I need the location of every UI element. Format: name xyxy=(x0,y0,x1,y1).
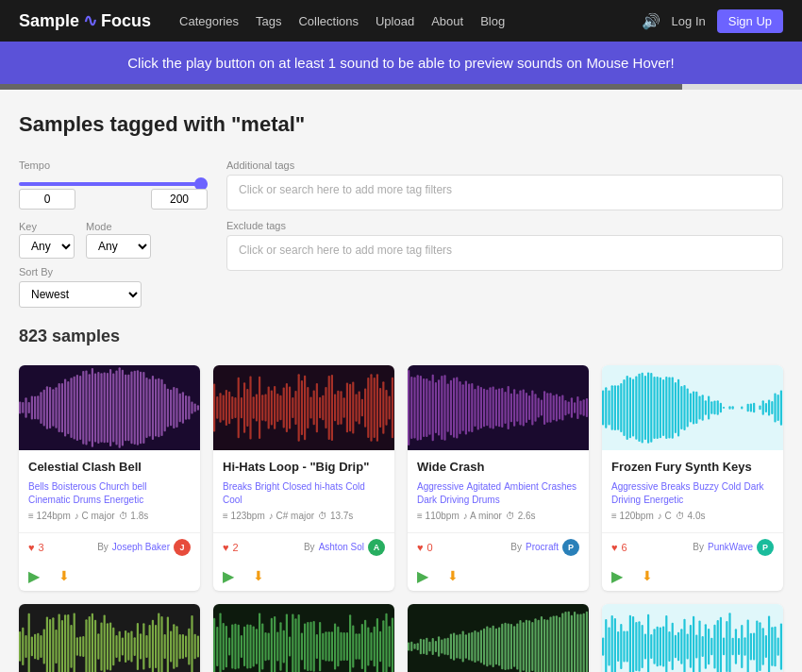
svg-rect-372 xyxy=(443,638,445,655)
card-tag[interactable]: Bells xyxy=(28,481,49,492)
tempo-max-input[interactable] xyxy=(151,189,208,210)
nav-upload[interactable]: Upload xyxy=(376,14,414,28)
card-tag[interactable]: Ambient xyxy=(504,481,539,492)
svg-rect-347 xyxy=(355,633,357,660)
tempo-slider[interactable] xyxy=(19,182,208,186)
svg-rect-412 xyxy=(564,612,566,672)
login-button[interactable]: Log In xyxy=(672,14,706,28)
card-tag[interactable]: Breaks xyxy=(223,481,252,492)
card-key: ♪ C# major xyxy=(269,511,314,521)
svg-rect-180 xyxy=(602,391,604,426)
svg-rect-302 xyxy=(219,613,221,672)
card-tag[interactable]: Bright xyxy=(255,481,279,492)
card-tag[interactable]: Cold xyxy=(345,481,365,492)
nav-tags[interactable]: Tags xyxy=(256,14,281,28)
card-tag[interactable]: Dark xyxy=(744,481,763,492)
tempo-min-input[interactable] xyxy=(19,189,75,210)
download-button[interactable]: ⬇ xyxy=(447,567,459,585)
svg-rect-8 xyxy=(43,390,45,427)
svg-rect-22 xyxy=(85,370,87,445)
svg-rect-409 xyxy=(556,615,558,672)
svg-rect-295 xyxy=(185,635,187,657)
card-title: Frozen Fury Synth Keys xyxy=(611,460,774,476)
svg-rect-168 xyxy=(553,395,555,421)
svg-rect-193 xyxy=(642,373,643,444)
svg-rect-350 xyxy=(364,620,366,672)
svg-rect-65 xyxy=(228,392,230,424)
nav-about[interactable]: About xyxy=(431,14,463,28)
exclude-tags-placeholder: Click or search here to add more tag fil… xyxy=(239,244,452,257)
svg-rect-315 xyxy=(259,613,260,672)
svg-rect-211 xyxy=(695,392,697,424)
card-tag[interactable]: Drums xyxy=(472,495,499,505)
exclude-tags-input[interactable]: Click or search here to add more tag fil… xyxy=(226,235,783,271)
key-select[interactable]: Any CC#DD# EFF#G G#AA#B xyxy=(19,234,75,259)
card-tag[interactable]: Driving xyxy=(611,495,641,505)
samples-count: 823 samples xyxy=(19,327,208,346)
svg-rect-397 xyxy=(519,620,521,672)
svg-rect-137 xyxy=(459,381,460,434)
svg-rect-203 xyxy=(672,377,674,438)
card-tag[interactable]: Cold xyxy=(722,481,742,492)
svg-rect-212 xyxy=(698,395,700,419)
svg-rect-18 xyxy=(74,377,75,440)
download-button[interactable]: ⬇ xyxy=(642,567,653,585)
play-button[interactable]: ▶ xyxy=(28,567,40,585)
likes-count: 3 xyxy=(39,542,44,553)
nav-categories[interactable]: Categories xyxy=(179,14,239,28)
svg-rect-282 xyxy=(145,635,147,658)
card-tag[interactable]: Aggressive xyxy=(417,481,463,492)
svg-rect-439 xyxy=(660,627,661,665)
svg-rect-434 xyxy=(644,633,646,659)
card-tag[interactable]: Church bell xyxy=(99,481,147,492)
svg-rect-369 xyxy=(435,641,437,652)
svg-rect-363 xyxy=(417,643,419,650)
play-button[interactable]: ▶ xyxy=(417,567,428,585)
tempo-label: Tempo xyxy=(19,160,208,171)
nav-collections[interactable]: Collections xyxy=(298,14,359,28)
svg-rect-390 xyxy=(498,627,500,665)
card-tag[interactable]: Agitated xyxy=(466,481,501,492)
volume-icon[interactable]: 🔊 xyxy=(642,12,660,30)
author-link[interactable]: Ashton Sol xyxy=(319,542,364,552)
card-tag[interactable]: Cool xyxy=(223,495,242,505)
author-link[interactable]: Joseph Baker xyxy=(112,542,170,552)
nav-blog[interactable]: Blog xyxy=(480,14,505,28)
svg-rect-329 xyxy=(301,632,303,660)
svg-rect-338 xyxy=(328,631,330,662)
play-button[interactable]: ▶ xyxy=(223,567,234,585)
card-tag[interactable]: Driving xyxy=(440,495,469,505)
svg-rect-337 xyxy=(325,631,326,661)
card-tag[interactable]: Aggressive xyxy=(611,481,658,492)
author-link[interactable]: PunkWave xyxy=(708,542,753,552)
card-buttons: ▶ ⬇ xyxy=(602,562,783,591)
sort-section: Sort By Newest Oldest Most Liked Most Do… xyxy=(19,266,208,308)
signup-button[interactable]: Sign Up xyxy=(717,9,783,33)
sort-select[interactable]: Newest Oldest Most Liked Most Downloaded xyxy=(19,281,142,308)
svg-rect-257 xyxy=(70,625,72,668)
card-tag[interactable]: Boisterous xyxy=(52,481,96,492)
svg-rect-374 xyxy=(450,633,452,659)
card-tag[interactable]: Drums xyxy=(73,495,100,505)
card-tag[interactable]: Energetic xyxy=(104,495,143,505)
download-button[interactable]: ⬇ xyxy=(58,567,70,585)
mode-select[interactable]: Any Major Minor xyxy=(86,234,151,259)
svg-rect-475 xyxy=(768,615,770,672)
svg-rect-103 xyxy=(343,397,345,417)
site-logo[interactable]: Sample∿Focus xyxy=(19,10,151,31)
author-link[interactable]: Procraft xyxy=(526,542,559,552)
card-tag[interactable]: Cinematic xyxy=(28,495,70,505)
play-button[interactable]: ▶ xyxy=(611,567,623,585)
card-tag[interactable]: Closed hi-hats xyxy=(282,481,343,492)
card-tag[interactable]: Buzzy xyxy=(693,481,719,492)
svg-rect-239 xyxy=(780,390,782,425)
svg-rect-9 xyxy=(46,386,48,429)
svg-rect-292 xyxy=(175,626,177,667)
card-tag[interactable]: Crashes xyxy=(542,481,576,492)
svg-rect-74 xyxy=(256,394,258,421)
card-tag[interactable]: Dark xyxy=(417,495,437,505)
card-tag[interactable]: Energetic xyxy=(643,495,683,505)
card-tag[interactable]: Breaks xyxy=(660,481,690,492)
additional-tags-input[interactable]: Click or search here to add more tag fil… xyxy=(226,175,783,210)
download-button[interactable]: ⬇ xyxy=(253,567,264,585)
